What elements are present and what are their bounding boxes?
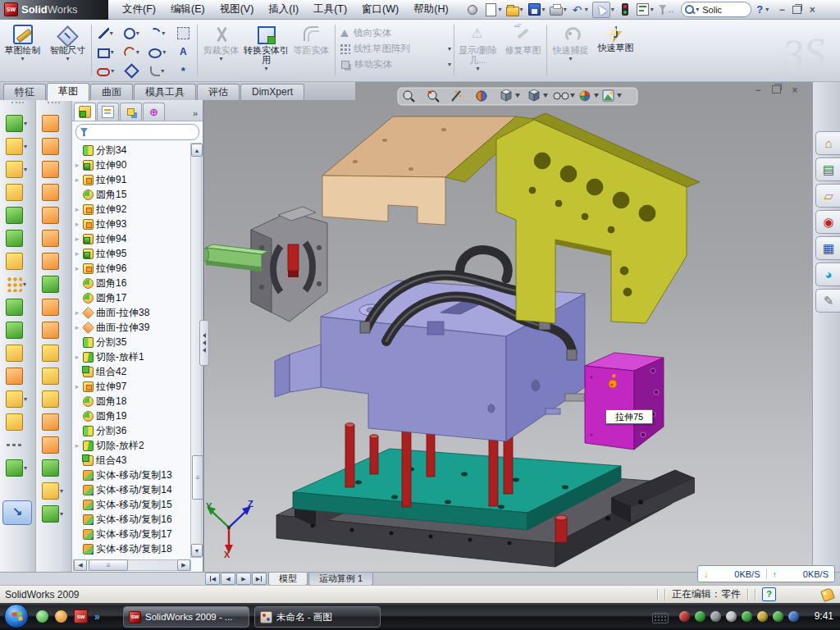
feature-tree-item[interactable]: 圆角15 — [74, 187, 189, 202]
save-button[interactable]: ▾ — [527, 2, 546, 17]
expander-icon[interactable]: ▸ — [74, 220, 80, 228]
feature-tree-item[interactable]: 圆角19 — [74, 409, 189, 423]
feature-tree-item[interactable]: ▸ 拉伸94 — [74, 231, 189, 246]
repair-sketch-button[interactable]: 修复草图 — [500, 21, 546, 80]
solidworks-resources-tab[interactable]: ⌂ — [815, 131, 840, 155]
start-button[interactable] — [4, 604, 29, 628]
swept-surface-button[interactable] — [36, 272, 71, 295]
selection-filter-button[interactable]: .. — [657, 2, 676, 17]
next-tab-button[interactable]: ▶ — [236, 573, 251, 585]
revolved-boss-button[interactable] — [36, 112, 71, 135]
network-warning-tray-icon[interactable] — [757, 611, 768, 622]
feature-tree-item[interactable]: 实体-移动/复制18 — [74, 541, 189, 556]
scroll-thumb[interactable]: ≡ — [192, 455, 203, 500]
boss-body-button[interactable] — [0, 203, 35, 226]
feature-tree-item[interactable]: 实体-移动/复制15 — [74, 497, 189, 512]
deform-button[interactable] — [36, 456, 71, 479]
options-button[interactable]: ▾ — [635, 2, 655, 17]
menu-item[interactable]: 帮助(H) — [406, 2, 455, 16]
scroll-left-button[interactable]: ◀ — [74, 559, 87, 571]
scroll-down-button[interactable]: ▼ — [191, 544, 203, 557]
graphics-viewport[interactable]: − × 拉伸75 Y Z X — [203, 82, 812, 572]
dome-button[interactable] — [36, 341, 71, 364]
ribbon-tab[interactable]: 草图 — [47, 83, 89, 101]
panel-splitter[interactable] — [199, 320, 209, 366]
helix-curve-button[interactable]: ▾ — [36, 502, 71, 525]
more-tabs-chevron[interactable]: » — [193, 108, 201, 121]
linear-pattern-button[interactable]: ▾ — [0, 272, 35, 295]
feature-tree-item[interactable]: 圆角17 — [74, 290, 189, 305]
sketch-button[interactable]: 草图绘制 ▾ — [0, 21, 45, 80]
view-palette-tab[interactable]: ▦ — [815, 236, 840, 260]
feature-tree-item[interactable]: ▸ 切除-放样2 — [74, 438, 189, 453]
boundary-boss-button[interactable] — [36, 203, 71, 226]
polygon-tool-button[interactable] — [119, 66, 145, 76]
feature-tree-item[interactable]: 分割34 — [74, 143, 189, 158]
doc-minimize-button[interactable]: − — [752, 85, 764, 95]
tag-icon[interactable] — [820, 587, 835, 602]
expander-icon[interactable]: ▸ — [74, 249, 80, 258]
move-copy-body-button[interactable] — [0, 364, 35, 387]
ribbon-tab[interactable]: 特征 — [3, 84, 46, 100]
extruded-cut-button[interactable]: ▾ — [0, 135, 35, 158]
shell-button[interactable] — [36, 387, 71, 410]
quick-snaps-button[interactable]: 快速捕捉 ▾ — [548, 21, 593, 80]
section-view-icon[interactable] — [477, 91, 486, 101]
file-explorer-tab[interactable]: ▱ — [815, 184, 840, 208]
doc-restore-button[interactable] — [772, 85, 781, 94]
feature-tree-item[interactable]: ▸ 切除-放样1 — [74, 349, 189, 364]
ribbon-tab[interactable]: DimXpert — [240, 84, 304, 100]
solidworks-quicklaunch-icon[interactable]: SW — [74, 609, 88, 623]
mirror-entities-button[interactable]: 镜向实体 — [340, 25, 451, 41]
scroll-thumb[interactable]: ≡ — [89, 559, 128, 571]
revolved-cut-button[interactable] — [36, 135, 71, 158]
device-sync-tray-icon[interactable] — [742, 611, 752, 622]
feature-tree-item[interactable]: ▸ 拉伸93 — [74, 217, 189, 231]
lofted-boss-button[interactable] — [36, 180, 71, 203]
model-side-block[interactable] — [585, 353, 664, 450]
toolbar-grip[interactable] — [48, 102, 60, 109]
reference-axis-button[interactable] — [0, 433, 35, 456]
tree-horizontal-scrollbar[interactable]: ◀ ≡ ▶ — [73, 559, 191, 571]
feature-tree-item[interactable]: ▸ 曲面-拉伸39 — [74, 320, 189, 335]
expander-icon[interactable]: ▸ — [74, 308, 80, 317]
ribbon-tab[interactable]: 模具工具 — [134, 84, 196, 100]
pick-tool-button[interactable] — [171, 27, 197, 39]
expander-icon[interactable]: ▸ — [74, 235, 80, 243]
feature-tree-item[interactable]: 圆角18 — [74, 394, 189, 409]
expander-icon[interactable]: ▸ — [74, 323, 80, 331]
taskbar-button-paint[interactable]: 未命名 - 画图 — [254, 606, 381, 628]
sync-center-tray-icon[interactable] — [788, 611, 799, 622]
rapid-sketch-button[interactable]: 快速草图 — [593, 21, 638, 80]
surface-extrude-button[interactable] — [36, 226, 71, 249]
menu-item[interactable]: 编辑(E) — [163, 2, 212, 16]
restore-button[interactable] — [792, 6, 801, 14]
tab-motion-study-1[interactable]: 运动算例 1 — [308, 573, 373, 586]
minimize-button[interactable]: − — [776, 5, 788, 15]
box-feature-button[interactable] — [36, 364, 71, 387]
tree-filter-box[interactable] — [75, 124, 199, 140]
flex-button[interactable] — [36, 410, 71, 433]
security-center-tray-icon[interactable] — [773, 611, 783, 622]
undo-button[interactable]: ↶▾ — [570, 2, 589, 17]
scroll-up-button[interactable]: ▲ — [191, 144, 203, 157]
planar-surface-button[interactable] — [36, 249, 71, 272]
freeform-button[interactable] — [36, 433, 71, 456]
combine-bodies-button[interactable] — [0, 295, 35, 318]
messenger-quicklaunch-icon[interactable] — [36, 610, 48, 623]
fillet-button[interactable]: ▾ — [0, 158, 35, 180]
cut-body-button[interactable] — [0, 226, 35, 249]
offset-entities-button[interactable]: 等距实体 — [289, 21, 334, 80]
configurationmanager-tab[interactable] — [120, 103, 142, 121]
appearances-tab[interactable]: ◕ — [815, 262, 840, 286]
wrap-button[interactable] — [0, 249, 35, 272]
combine-button[interactable] — [0, 341, 35, 364]
ribbon-tab[interactable]: 评估 — [197, 84, 240, 100]
feature-tree-item[interactable]: 分割36 — [74, 423, 189, 438]
convert-entities-button[interactable]: 转换实体引用 ▾ — [244, 21, 289, 80]
arc-tool-button[interactable]: ▾ — [119, 47, 145, 58]
tree-filter-input[interactable] — [91, 126, 194, 138]
sketch-fillet-button[interactable]: ▾ — [144, 66, 171, 76]
circle-tool-button[interactable]: ▾ — [119, 28, 145, 39]
rebuild-button[interactable] — [618, 2, 632, 16]
